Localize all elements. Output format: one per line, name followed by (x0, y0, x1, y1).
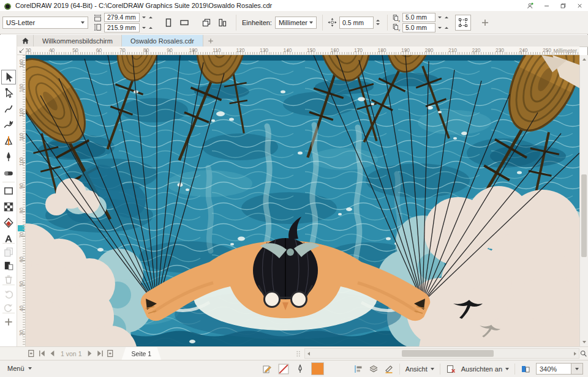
ruler-label: 90 (163, 47, 176, 53)
last-page-button[interactable] (96, 349, 105, 358)
ruler-label: 150 (304, 47, 318, 53)
next-page-button[interactable] (85, 349, 94, 358)
account-icon[interactable] (522, 1, 538, 11)
view-dropdown[interactable]: Ansicht (405, 365, 434, 373)
title-bar: CorelDRAW 2019 (64-Bit) - C:\CorelDRAW G… (0, 0, 588, 11)
ruler-unit-label: Millimeter (551, 48, 577, 54)
toolbox (0, 35, 17, 346)
document-tab-bar: Willkommensbildschirm Oswaldo Rosales.cd… (17, 35, 588, 47)
add-control-button[interactable] (478, 15, 492, 30)
document-navigator-button[interactable] (579, 349, 587, 358)
scroll-up-icon[interactable] (582, 58, 586, 61)
duplicate-y-field[interactable]: 5.0 mm (402, 23, 435, 32)
paste-tool[interactable] (3, 260, 14, 271)
caret-down-icon (81, 21, 85, 24)
fill-open-curves-icon[interactable] (384, 364, 394, 374)
status-menu-button[interactable]: Menü (7, 365, 32, 372)
rectangle-tool[interactable] (3, 185, 14, 196)
pen-tool[interactable] (3, 151, 14, 162)
outline-pen-icon[interactable] (295, 364, 305, 374)
redo-tool[interactable] (3, 302, 14, 313)
tab-welcome-screen[interactable]: Willkommensbildschirm (34, 35, 122, 47)
ruler-label: 110 (210, 47, 224, 53)
pattern-tool[interactable] (3, 201, 14, 212)
nudge-field[interactable]: 0.5 mm (339, 17, 374, 29)
height-spinner[interactable] (140, 27, 155, 29)
width-spinner[interactable] (140, 17, 155, 18)
first-page-button[interactable] (37, 349, 47, 358)
vertical-ruler[interactable]: 14013012011010090807060504030 (17, 55, 26, 346)
treat-as-filled-button[interactable] (456, 15, 470, 30)
layers-icon[interactable] (369, 364, 379, 374)
copy-tool[interactable] (3, 247, 14, 258)
undo-tool[interactable] (3, 288, 14, 299)
zoom-pages-icon[interactable] (521, 364, 530, 374)
restore-button[interactable] (555, 1, 571, 11)
shape-tool[interactable] (3, 88, 14, 99)
minimize-button[interactable] (538, 1, 555, 11)
add-tools-button[interactable] (3, 316, 14, 327)
page-navigation-bar: 1 von 1 Seite 1 (0, 346, 588, 360)
ruler-label: 40 (18, 301, 24, 316)
scrollbar-splitter-grip[interactable] (294, 349, 303, 359)
fre3ehand-tool-placeholder[interactable] (3, 103, 14, 114)
color-settings-icon[interactable] (262, 364, 272, 374)
delete-tool[interactable] (3, 274, 14, 285)
page-width-field[interactable]: 279.4 mm (104, 13, 140, 22)
eraser-tool[interactable] (3, 167, 14, 178)
horizontal-ruler[interactable]: Millimeter 30405060708090100110120130140… (26, 47, 579, 55)
impact-tool[interactable] (3, 135, 14, 146)
toolbox-separator (2, 243, 15, 244)
previous-page-button[interactable] (48, 349, 57, 358)
scroll-left-icon[interactable] (307, 352, 310, 356)
duplicate-y-spinner[interactable] (435, 27, 451, 29)
proof-colors-icon[interactable] (446, 364, 456, 374)
page-size-select[interactable]: US-Letter (2, 17, 88, 29)
scroll-right-icon[interactable] (574, 352, 576, 356)
fill-color-swatch[interactable] (311, 362, 324, 375)
drawing-canvas[interactable] (26, 55, 579, 346)
pick-tool[interactable] (2, 70, 15, 84)
ruler-label: 190 (399, 47, 412, 53)
page-height-icon (94, 23, 102, 31)
toolbox-separator (2, 285, 15, 285)
current-page-button[interactable] (215, 15, 230, 30)
vertical-scrollbar[interactable] (579, 55, 588, 346)
ruler-label: 250 (540, 47, 554, 53)
guidelines-icon[interactable] (353, 364, 363, 374)
horizontal-scrollbar[interactable] (304, 348, 579, 359)
new-tab-button[interactable] (203, 35, 218, 47)
close-button[interactable] (571, 1, 588, 11)
nudge-spinner[interactable] (374, 20, 382, 25)
outline-color-swatch[interactable] (278, 364, 289, 375)
smart-fill-tool[interactable] (3, 217, 14, 228)
page-height-field[interactable]: 215.9 mm (104, 23, 140, 32)
units-select[interactable]: Millimeter (275, 17, 317, 29)
caret-down-icon (575, 368, 579, 370)
duplicate-y-icon: y (393, 23, 401, 31)
home-tab-button[interactable] (17, 35, 34, 47)
ruler-label: 110 (18, 130, 24, 144)
all-pages-button[interactable] (199, 15, 214, 30)
portrait-button[interactable] (161, 15, 176, 30)
scroll-down-icon[interactable] (582, 341, 586, 343)
zoom-level-field[interactable]: 340% (536, 363, 571, 375)
page-tab[interactable]: Seite 1 (121, 347, 161, 360)
ruler-label: 40 (45, 47, 59, 53)
artistic-media-tool[interactable] (3, 119, 14, 130)
vertical-scrollbar-thumb[interactable] (581, 174, 587, 257)
add-page-before-button[interactable] (27, 349, 36, 358)
ruler-label: 120 (234, 47, 247, 53)
ruler-label: 80 (18, 203, 24, 218)
snap-to-dropdown[interactable]: Ausrichten an (461, 365, 509, 373)
property-bar: US-Letter 279.4 mm 215.9 mm Einheiten: M… (0, 11, 588, 34)
document-artwork[interactable] (26, 55, 579, 346)
duplicate-x-field[interactable]: 5.0 mm (402, 13, 435, 22)
tab-document[interactable]: Oswaldo Rosales.cdr (122, 35, 203, 47)
duplicate-x-spinner[interactable] (435, 17, 451, 18)
ruler-origin-button[interactable] (17, 47, 26, 55)
add-page-after-button[interactable] (106, 349, 115, 358)
zoom-dropdown-button[interactable] (571, 363, 583, 375)
horizontal-scrollbar-thumb[interactable] (402, 350, 494, 357)
landscape-button[interactable] (177, 15, 192, 30)
